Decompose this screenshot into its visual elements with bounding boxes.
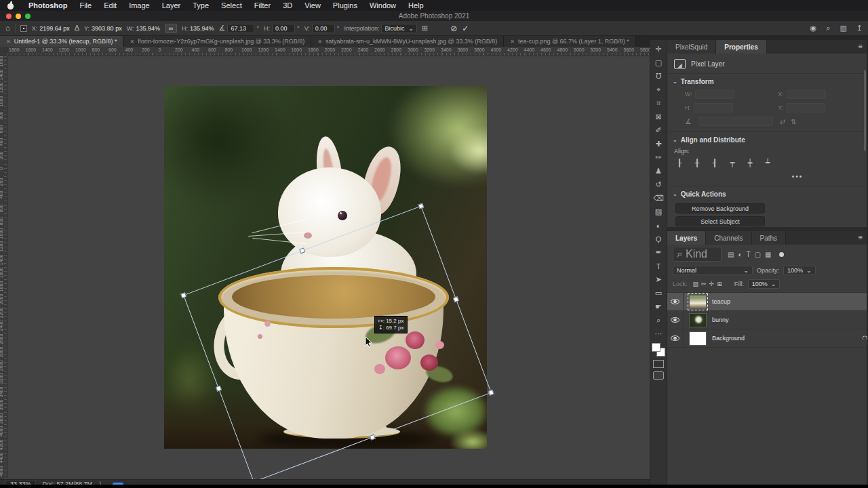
- layer-thumbnail[interactable]: [689, 295, 707, 309]
- menu-item[interactable]: Window: [363, 0, 402, 11]
- align-center-h-icon[interactable]: ╂: [692, 159, 703, 167]
- close-icon[interactable]: ✕: [510, 39, 515, 45]
- tool-button[interactable]: ⌗: [651, 97, 666, 110]
- tool-button[interactable]: ▢: [651, 56, 666, 69]
- share-icon[interactable]: ↥: [856, 24, 863, 32]
- layer-visibility-cell[interactable]: [667, 329, 684, 347]
- eye-icon[interactable]: [671, 299, 679, 304]
- tool-button[interactable]: Ϙ: [651, 232, 666, 245]
- quick-action-button[interactable]: Remove Background: [675, 203, 765, 214]
- lock-artboard-icon[interactable]: ⊞: [715, 281, 724, 287]
- tool-button[interactable]: ✚: [651, 138, 666, 150]
- foreground-color-swatch[interactable]: [652, 343, 660, 352]
- document-tab[interactable]: ✕ florin-tomozei-Y2z6yp7mGKg-unsplash.jp…: [123, 36, 311, 47]
- y-field[interactable]: Y: 3903.80 px: [84, 25, 122, 32]
- close-icon[interactable]: ✕: [6, 39, 11, 45]
- document-tab[interactable]: ✕ Untitled-1 @ 33.3% (teacup, RGB/8) *: [0, 36, 123, 47]
- layer-visibility-cell[interactable]: [667, 311, 684, 329]
- lock-position-icon[interactable]: ✛: [708, 281, 716, 287]
- align-middle-v-icon[interactable]: ┿: [745, 159, 755, 167]
- layer-row[interactable]: teacup: [667, 293, 867, 311]
- transform-section-header[interactable]: ⌄ Transform: [667, 73, 867, 88]
- skew-v-value[interactable]: 0.00: [312, 24, 335, 33]
- opacity-select[interactable]: 100% ⌄: [783, 266, 816, 275]
- menu-item[interactable]: View: [298, 0, 327, 11]
- layer-thumbnail[interactable]: [689, 331, 707, 346]
- commit-transform-icon[interactable]: ✓: [462, 24, 469, 33]
- reference-point-icon[interactable]: [20, 25, 27, 32]
- quick-actions-header[interactable]: ⌄ Quick Actions: [667, 186, 867, 201]
- panel-tab[interactable]: Paths: [752, 231, 787, 245]
- tool-button[interactable]: ☛: [651, 300, 666, 313]
- filter-pixel-layers-icon[interactable]: ▤: [726, 251, 736, 258]
- panel-tab[interactable]: Properties: [716, 40, 766, 54]
- color-swatches[interactable]: [652, 343, 665, 357]
- tool-button[interactable]: ⌕: [651, 314, 666, 327]
- quick-action-button[interactable]: Select Subject: [675, 216, 765, 226]
- tool-button[interactable]: ⊠: [651, 110, 666, 123]
- document-tab[interactable]: ✕ satyabrata-sm-u_kMWN-8WyU-unsplash.jpg…: [311, 36, 504, 47]
- layer-name[interactable]: teacup: [712, 298, 861, 305]
- menu-item[interactable]: Help: [402, 0, 430, 11]
- filter-adjustment-layers-icon[interactable]: ◐: [736, 251, 744, 258]
- close-icon[interactable]: ✕: [130, 39, 134, 45]
- interpolation-select[interactable]: Bicubic ⌄: [381, 24, 417, 33]
- panel-tab[interactable]: PixelSquid: [667, 40, 716, 54]
- menu-item[interactable]: 3D: [277, 0, 298, 11]
- tool-button[interactable]: ℧: [651, 70, 666, 83]
- menu-item[interactable]: Filter: [248, 0, 277, 11]
- transform-field[interactable]: X:: [778, 89, 860, 99]
- canvas[interactable]: ↦: 15.2 px ↧: 69.7 px: [7, 56, 650, 479]
- transform-handle[interactable]: [488, 390, 494, 396]
- x-value[interactable]: 2199.64 px: [39, 25, 70, 32]
- transform-field-input[interactable]: [694, 103, 733, 113]
- maintain-aspect-ratio-icon[interactable]: ∞: [165, 24, 177, 33]
- panel-menu-icon[interactable]: ≡: [859, 233, 863, 241]
- menu-item[interactable]: Plugins: [327, 0, 363, 11]
- lock-transparency-icon[interactable]: ▨: [692, 281, 701, 287]
- align-right-icon[interactable]: ┨: [709, 159, 720, 167]
- transform-field[interactable]: W:: [685, 89, 768, 99]
- account-icon[interactable]: ◉: [810, 24, 817, 32]
- relative-position-icon[interactable]: Δ: [75, 24, 79, 32]
- tool-button[interactable]: ➤: [651, 273, 666, 286]
- close-icon[interactable]: ✕: [317, 39, 322, 45]
- tool-button[interactable]: ▭: [651, 287, 666, 300]
- screen-mode-icon[interactable]: [653, 371, 664, 380]
- tool-button[interactable]: ⌫: [651, 192, 666, 205]
- transform-field-input[interactable]: [787, 89, 826, 99]
- fill-select[interactable]: 100% ⌄: [748, 279, 781, 289]
- layer-visibility-cell[interactable]: [667, 293, 684, 310]
- h-value[interactable]: 135.94%: [190, 25, 214, 32]
- tool-button[interactable]: ✐: [651, 124, 666, 137]
- rotation-field[interactable]: ∡ 67.13 °: [219, 24, 259, 33]
- skew-v-field[interactable]: V: 0.00 °: [304, 24, 340, 33]
- layer-row[interactable]: bunny: [667, 311, 867, 329]
- tool-button[interactable]: ▨: [651, 205, 666, 218]
- w-value[interactable]: 135.94%: [136, 25, 160, 32]
- filter-type-layers-icon[interactable]: T: [745, 251, 753, 258]
- tool-button[interactable]: ⌖: [651, 83, 666, 96]
- cancel-transform-icon[interactable]: ⊘: [450, 24, 457, 33]
- x-field[interactable]: X: 2199.64 px: [32, 25, 70, 32]
- lock-pixels-icon[interactable]: ✏: [700, 281, 708, 287]
- tool-button[interactable]: ◐: [651, 219, 666, 232]
- menu-item[interactable]: Photoshop: [22, 0, 73, 11]
- document-tab[interactable]: ✕ tea-cup.png @ 66.7% (Layer 1, RGB/8) *: [504, 36, 635, 47]
- panel-tab[interactable]: Channels: [706, 231, 751, 245]
- panel-tab[interactable]: Layers: [667, 231, 706, 245]
- transform-field[interactable]: Y:: [778, 103, 860, 113]
- tool-button[interactable]: ↺: [651, 178, 666, 191]
- layer-thumbnail[interactable]: [689, 313, 707, 327]
- tool-button[interactable]: ✛: [651, 43, 666, 56]
- eye-icon[interactable]: [671, 317, 679, 323]
- tool-button[interactable]: ✏: [651, 151, 666, 164]
- transform-field[interactable]: H:: [685, 103, 768, 113]
- align-section-header[interactable]: ⌄ Align and Distribute: [667, 131, 867, 146]
- layer-name[interactable]: Background: [712, 335, 861, 342]
- transform-handle[interactable]: [216, 385, 222, 391]
- transform-field-input[interactable]: [786, 103, 825, 113]
- tool-button[interactable]: ♟: [651, 165, 666, 178]
- menu-item[interactable]: Select: [215, 0, 248, 11]
- transform-field-input[interactable]: [695, 89, 734, 99]
